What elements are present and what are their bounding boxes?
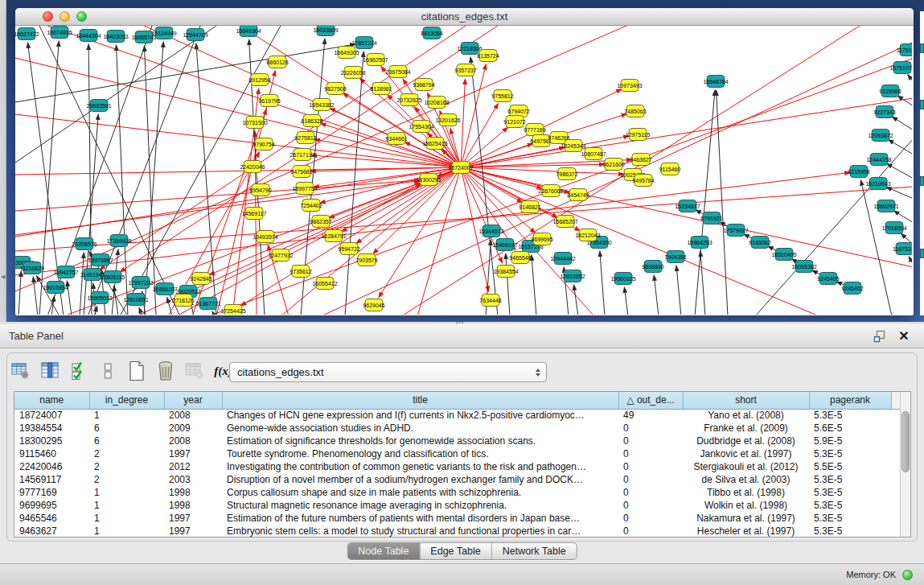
network-node[interactable]: 9245405 [817, 273, 839, 285]
network-node[interactable]: 9465546 [509, 252, 531, 264]
column-header-in_degree[interactable]: in_degree [89, 392, 164, 409]
tab-network-table[interactable]: Network Table [492, 543, 577, 559]
network-node[interactable]: 13505115 [101, 271, 125, 283]
column-header-year[interactable]: year [164, 392, 222, 409]
stacked-squares-icon[interactable] [97, 360, 118, 382]
network-node[interactable]: 18444204 [76, 30, 101, 42]
table-row[interactable]: 1938455462009Genome-wide association stu… [14, 422, 900, 435]
network-node[interactable]: 7904356 [664, 251, 686, 263]
network-node[interactable]: 9594722 [338, 243, 359, 255]
network-node[interactable]: 12975115 [626, 129, 651, 141]
table-row[interactable]: 911546021997Tourette syndrome. Phenomeno… [14, 447, 900, 460]
tab-node-table[interactable]: Node Table [347, 543, 420, 559]
network-node[interactable]: 18212043 [575, 229, 600, 241]
network-node[interactable]: 13201626 [435, 114, 460, 126]
network-node[interactable]: 16055362 [791, 261, 816, 273]
network-node[interactable]: 6791921 [700, 212, 722, 225]
network-node[interactable]: 10208168 [424, 97, 449, 109]
network-node[interactable]: 16510495 [771, 249, 796, 261]
network-node[interactable]: 7634448 [479, 295, 501, 307]
network-node[interactable]: 10973493 [617, 80, 642, 92]
network-node[interactable]: 9475681 [290, 166, 312, 178]
network-node[interactable]: 11751074 [897, 44, 912, 56]
network-node[interactable]: 11156829 [20, 262, 44, 274]
network-node[interactable]: 15344573 [478, 225, 503, 237]
network-node[interactable]: 23676068 [538, 185, 563, 197]
network-node[interactable]: 17579917 [723, 225, 748, 237]
network-node[interactable]: 9129966 [879, 85, 901, 97]
network-node[interactable]: 26717133 [290, 149, 314, 161]
table-row[interactable]: 946362711997Embryonic stem cells: a mode… [14, 525, 900, 538]
network-node[interactable]: 10731500 [242, 117, 267, 129]
float-panel-icon[interactable] [871, 328, 889, 344]
network-node[interactable]: 16543382 [309, 99, 334, 111]
table-row[interactable]: 969969511998Structural magnetic resonanc… [14, 499, 900, 512]
network-node[interactable]: 9357237 [454, 64, 476, 76]
network-node[interactable]: 16649305 [334, 47, 359, 59]
network-node[interactable]: 7485063 [624, 105, 646, 117]
network-node[interactable]: 17016504 [881, 222, 906, 234]
network-node[interactable]: 9463627 [630, 154, 651, 166]
table-row[interactable]: 946554611997Estimation of the future num… [14, 512, 900, 525]
network-canvas[interactable]: 1662747219074915184442041840305316055741… [15, 26, 912, 315]
network-node[interactable]: 17359928 [106, 235, 131, 247]
network-node[interactable]: 16648784 [703, 76, 728, 88]
network-node[interactable]: 15124949 [151, 27, 176, 39]
network-node[interactable]: 9735612 [290, 266, 311, 278]
network-node[interactable]: 9699695 [531, 233, 552, 245]
network-view-window[interactable]: citations_edges.txt 16627472190749151844… [15, 8, 914, 315]
table-row[interactable]: 977716911998Corpus callosum shape and si… [14, 486, 900, 499]
table-settings-icon[interactable] [10, 360, 31, 382]
network-node[interactable]: 16627472 [15, 28, 39, 40]
table-row[interactable]: 1830029562008Estimation of significance … [14, 435, 900, 447]
network-node[interactable]: 12610651 [123, 294, 148, 306]
column-header-short[interactable]: short [683, 392, 809, 409]
network-node[interactable]: 16033809 [313, 26, 338, 36]
close-button[interactable] [43, 11, 53, 22]
network-node[interactable]: 8215958 [848, 166, 869, 178]
network-node[interactable]: 10493574 [253, 231, 277, 243]
network-node[interactable]: 9275812 [294, 132, 316, 144]
delete-table-icon[interactable] [183, 360, 205, 382]
network-node[interactable]: 9242845 [190, 273, 211, 285]
network-window-titlebar[interactable]: citations_edges.txt [15, 8, 914, 26]
network-node[interactable]: 15234817 [675, 200, 700, 212]
network-node[interactable]: 8954790 [249, 184, 271, 196]
network-node[interactable]: 12610652 [560, 270, 585, 282]
network-node[interactable]: 9115460 [659, 163, 681, 175]
network-node[interactable]: 10944442 [550, 253, 575, 265]
column-header-pagerank[interactable]: pagerank [809, 392, 891, 409]
network-node[interactable]: 19384554 [493, 266, 518, 278]
network-node[interactable]: 8454749 [567, 189, 589, 201]
network-node[interactable]: 19975887 [88, 254, 113, 266]
network-node[interactable]: 9146821 [519, 201, 540, 213]
network-node[interactable]: 8186328 [301, 115, 322, 127]
network-node[interactable]: 9629046 [363, 299, 384, 311]
network-node[interactable]: 2718126 [172, 295, 194, 307]
network-node[interactable]: 17857224 [351, 37, 376, 49]
network-node[interactable]: 18300295 [416, 174, 441, 186]
network-node[interactable]: 17254425 [220, 305, 245, 315]
network-node[interactable]: 9165062 [749, 237, 770, 249]
network-node[interactable]: 8128961 [370, 83, 392, 95]
select-columns-icon[interactable] [68, 360, 89, 382]
network-node[interactable]: 15751074 [889, 62, 912, 74]
network-node[interactable]: 9862357 [310, 216, 331, 228]
network-node[interactable]: 19942757 [53, 266, 78, 278]
network-node[interactable]: 12544709 [183, 29, 207, 41]
table-row[interactable]: 1456911722003Disruption of a novel membe… [14, 473, 900, 486]
splitter-collapse-icon[interactable]: ◀ [1, 274, 5, 280]
network-node[interactable]: 9368764 [413, 79, 434, 91]
table-selector-dropdown[interactable]: citations_edges.txt [229, 362, 547, 382]
network-node[interactable]: 19015954 [43, 282, 68, 294]
network-node[interactable]: 8813054 [421, 27, 442, 39]
column-header-name[interactable]: name [14, 392, 89, 409]
table-scrollbar[interactable] [900, 392, 910, 537]
network-node[interactable]: 9619795 [258, 95, 280, 107]
network-node[interactable]: 7986372 [556, 168, 577, 180]
new-column-icon[interactable] [125, 360, 147, 382]
network-node[interactable]: 9790754 [253, 138, 274, 150]
network-node[interactable]: 23226058 [340, 67, 365, 79]
memory-status-icon[interactable] [902, 570, 913, 580]
table-row[interactable]: 1872400712008Changes of HCN gene express… [14, 409, 900, 422]
